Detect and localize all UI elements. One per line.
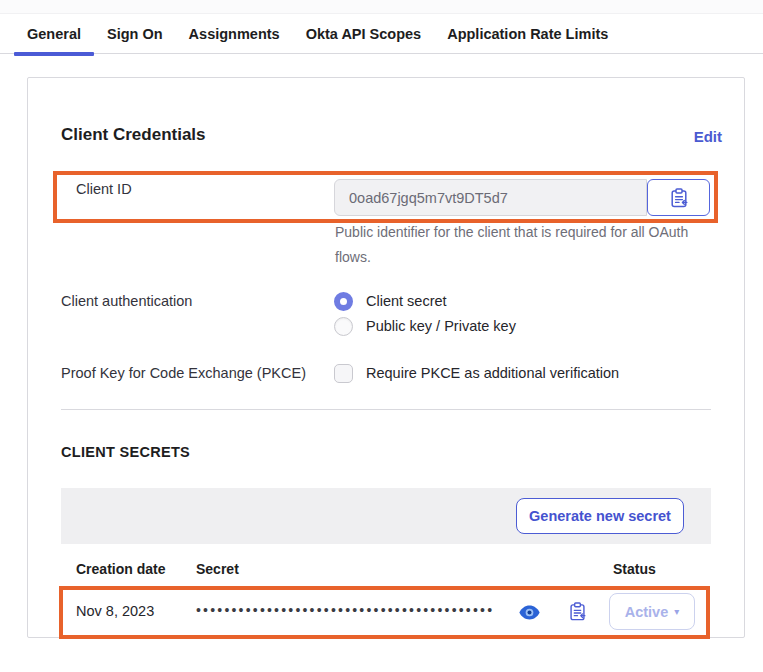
masked-secret-value: ••••••••••••••••••••••••••••••••••••••••… bbox=[196, 602, 494, 618]
okta-app-settings-page: General Sign On Assignments Okta API Sco… bbox=[0, 0, 763, 672]
column-header-secret: Secret bbox=[196, 561, 239, 577]
pkce-checkbox-label[interactable]: Require PKCE as additional verification bbox=[366, 365, 619, 381]
column-header-creation-date: Creation date bbox=[76, 561, 165, 577]
app-tabs: General Sign On Assignments Okta API Sco… bbox=[0, 14, 763, 54]
client-id-help-text: Public identifier for the client that is… bbox=[335, 220, 719, 270]
client-secrets-toolbar: Generate new secret bbox=[61, 488, 711, 544]
reveal-secret-button[interactable] bbox=[517, 603, 541, 621]
radio-client-secret[interactable] bbox=[334, 292, 353, 311]
tab-assignments[interactable]: Assignments bbox=[176, 14, 293, 54]
chevron-down-icon: ▾ bbox=[674, 606, 679, 617]
generate-new-secret-button[interactable]: Generate new secret bbox=[516, 498, 684, 534]
pkce-label: Proof Key for Code Exchange (PKCE) bbox=[61, 365, 306, 381]
client-id-label: Client ID bbox=[76, 181, 132, 197]
column-header-status: Status bbox=[613, 561, 656, 577]
tab-general[interactable]: General bbox=[14, 14, 94, 54]
radio-public-private-key[interactable] bbox=[334, 317, 353, 336]
status-badge: Active bbox=[625, 604, 669, 620]
secret-creation-date: Nov 8, 2023 bbox=[76, 603, 154, 619]
eye-icon bbox=[519, 605, 540, 620]
section-divider bbox=[61, 409, 711, 410]
secret-status-dropdown[interactable]: Active ▾ bbox=[609, 593, 695, 630]
tab-sign-on[interactable]: Sign On bbox=[94, 14, 176, 54]
tab-okta-api-scopes[interactable]: Okta API Scopes bbox=[293, 14, 435, 54]
top-strip bbox=[0, 0, 763, 14]
copy-secret-button[interactable] bbox=[565, 599, 589, 623]
clipboard-copy-icon bbox=[569, 602, 586, 621]
copy-client-id-button[interactable] bbox=[647, 179, 710, 216]
client-secrets-title: CLIENT SECRETS bbox=[61, 444, 190, 460]
client-id-input[interactable] bbox=[334, 179, 647, 216]
radio-public-private-key-label[interactable]: Public key / Private key bbox=[366, 318, 516, 334]
radio-client-secret-label[interactable]: Client secret bbox=[366, 293, 447, 309]
client-credentials-card: Client Credentials Edit Client ID Public… bbox=[27, 77, 745, 638]
clipboard-copy-icon bbox=[670, 188, 688, 208]
edit-button[interactable]: Edit bbox=[694, 128, 722, 145]
tab-application-rate-limits[interactable]: Application Rate Limits bbox=[434, 14, 621, 54]
client-credentials-title: Client Credentials bbox=[61, 125, 206, 145]
client-authentication-label: Client authentication bbox=[61, 293, 192, 309]
pkce-checkbox[interactable] bbox=[334, 364, 353, 383]
